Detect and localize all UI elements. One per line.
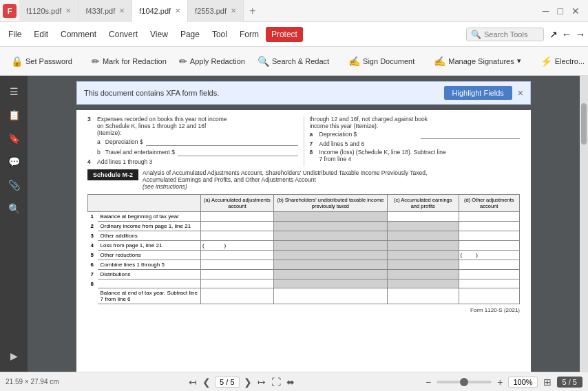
sidebar-comments-icon[interactable]: 💬 xyxy=(3,151,24,172)
title-bar: F f1120s.pdf ✕ f433f.pdf ✕ f1042.pdf ✕ f… xyxy=(0,0,588,22)
travel-input[interactable] xyxy=(178,148,298,156)
sidebar-menu-icon[interactable]: ☰ xyxy=(3,81,24,102)
pdf-viewer: This document contains XFA form fields. … xyxy=(28,76,580,372)
col-right: through 12 and 16f, not charged against … xyxy=(304,116,521,167)
bottom-right: − + 100% ⊞ 5 / 5 xyxy=(424,375,582,389)
tab-f1120s[interactable]: f1120s.pdf ✕ xyxy=(19,0,78,22)
menu-comment[interactable]: Comment xyxy=(55,27,102,42)
col-header-b: (b) Shareholders' undistributed taxable … xyxy=(273,195,387,212)
tab-close-1[interactable]: ✕ xyxy=(119,7,125,14)
sidebar-collapse-icon[interactable]: ▶ xyxy=(3,346,24,366)
close-button[interactable]: ✕ xyxy=(569,6,582,17)
menu-file[interactable]: File xyxy=(3,27,27,42)
sign-document-button[interactable]: ✍ Sign Document xyxy=(343,53,420,70)
mark-redaction-button[interactable]: ✏ Mark for Redaction xyxy=(86,53,172,70)
tab-f1042[interactable]: f1042.pdf ✕ xyxy=(132,0,188,22)
sidebar-pages-icon[interactable]: 📋 xyxy=(3,105,24,125)
new-tab-button[interactable]: + xyxy=(244,0,261,22)
electro-button[interactable]: ⚡ Electro... xyxy=(535,53,588,70)
zoom-slider[interactable] xyxy=(437,381,492,383)
schedule-m2-badge: Schedule M-2 xyxy=(87,169,138,180)
set-password-button[interactable]: 🔒 Set Password xyxy=(6,53,78,70)
form-row-4: 4 Add lines 1 through 3 xyxy=(87,158,298,165)
zoom-out-button[interactable]: − xyxy=(424,375,432,389)
tab-close-3[interactable]: ✕ xyxy=(231,7,236,14)
mark-icon: ✏ xyxy=(92,56,100,67)
back-icon[interactable]: ← xyxy=(562,29,571,40)
schedule-m2-title: Analysis of Accumulated Adjustments Acco… xyxy=(143,169,427,176)
menu-tool[interactable]: Tool xyxy=(207,27,233,42)
schedule-m2-table: (a) Accumulated adjustments account (b) … xyxy=(87,194,520,304)
table-row: 2 Ordinary income from page 1, line 21 xyxy=(88,222,520,231)
manage-signatures-button[interactable]: ✍ Manage Signatures ▾ xyxy=(428,53,526,70)
bottom-left: 21.59 × 27.94 cm xyxy=(6,378,59,385)
search-redact-button[interactable]: 🔍 Search & Redact xyxy=(252,53,335,70)
table-row: 8 xyxy=(88,279,520,288)
tab-close-0[interactable]: ✕ xyxy=(65,7,71,14)
schedule-m2-title2: Accumulated Earnings and Profits, and Ot… xyxy=(143,176,427,183)
col-header-c: (c) Accumulated earnings and profits xyxy=(387,195,459,212)
menu-view[interactable]: View xyxy=(145,27,174,42)
page-indicator[interactable]: 5 / 5 xyxy=(215,377,239,388)
search-redact-icon: 🔍 xyxy=(258,56,269,67)
fit-width-button[interactable]: ⬌ xyxy=(285,375,296,389)
minimize-button[interactable]: ─ xyxy=(540,6,552,17)
search-icon: 🔍 xyxy=(471,30,481,39)
menu-page[interactable]: Page xyxy=(175,27,205,42)
zoom-in-button[interactable]: + xyxy=(496,375,504,389)
menu-form[interactable]: Form xyxy=(234,27,264,42)
sidebar-attachments-icon[interactable]: 📎 xyxy=(3,175,24,196)
col-header-empty xyxy=(88,195,201,212)
apply-redaction-button[interactable]: ✏ Apply Redaction xyxy=(174,53,251,70)
depreciation-input-left[interactable] xyxy=(146,138,298,146)
zoom-level-display[interactable]: 100% xyxy=(508,377,537,388)
tab-f2553[interactable]: f2553.pdf ✕ xyxy=(188,0,244,22)
first-page-button[interactable]: ↤ xyxy=(187,375,198,389)
form-row-right-a: a Depreciation $ xyxy=(310,131,521,139)
table-row: 5 Other reductions ( ) xyxy=(88,251,520,260)
pdf-page: 3 Expenses recorded on books this year n… xyxy=(76,110,531,372)
forward-icon[interactable]: → xyxy=(576,29,585,40)
sidebar-search-icon[interactable]: 🔍 xyxy=(3,198,24,219)
col-header-d: (d) Other adjustments account xyxy=(459,195,520,212)
maximize-button[interactable]: □ xyxy=(555,6,566,17)
menu-edit[interactable]: Edit xyxy=(28,27,54,42)
scrollbar[interactable] xyxy=(580,76,588,372)
bottom-center: ↤ ❮ 5 / 5 ❯ ↦ ⛶ ⬌ xyxy=(187,375,295,389)
scrollbar-thumb[interactable] xyxy=(581,103,587,145)
sidebar-bookmarks-icon[interactable]: 🔖 xyxy=(3,128,24,149)
tab-f433f[interactable]: f433f.pdf ✕ xyxy=(78,0,132,22)
table-row: 6 Combine lines 1 through 5 xyxy=(88,260,520,270)
bottom-bar: 21.59 × 27.94 cm ↤ ❮ 5 / 5 ❯ ↦ ⛶ ⬌ − + 1… xyxy=(0,372,588,391)
table-row: 4 Loss from page 1, line 21 ( ) xyxy=(88,241,520,251)
input-depreciation-left: a Depreciation $ xyxy=(87,138,298,146)
signatures-icon: ✍ xyxy=(434,56,445,67)
fit-page-button[interactable]: ⛶ xyxy=(270,375,282,389)
page-count-badge: 5 / 5 xyxy=(557,377,582,388)
table-row: 1 Balance at beginning of tax year xyxy=(88,212,520,222)
apply-icon: ✏ xyxy=(179,56,187,67)
tabs-container: f1120s.pdf ✕ f433f.pdf ✕ f1042.pdf ✕ f25… xyxy=(19,0,540,22)
window-controls: ─ □ ✕ xyxy=(540,6,585,17)
col-left: 3 Expenses recorded on books this year n… xyxy=(87,116,304,167)
dropdown-arrow-icon: ▾ xyxy=(517,56,521,65)
fit-options-button[interactable]: ⊞ xyxy=(542,375,553,389)
last-page-button[interactable]: ↦ xyxy=(256,375,267,389)
tab-close-2[interactable]: ✕ xyxy=(175,7,180,14)
next-page-button[interactable]: ❯ xyxy=(242,375,253,389)
coordinates-display: 21.59 × 27.94 cm xyxy=(6,378,59,385)
xfa-close-button[interactable]: × xyxy=(518,87,523,98)
highlight-fields-button[interactable]: Highlight Fields xyxy=(444,86,512,100)
left-sidebar: ☰ 📋 🔖 💬 📎 🔍 ▶ xyxy=(0,76,28,372)
zoom-thumb xyxy=(460,378,468,386)
depreciation-input-right[interactable] xyxy=(421,131,520,139)
schedule-m2-instructions: (see instructions) xyxy=(143,183,427,190)
share-icon[interactable]: ↗ xyxy=(549,29,558,40)
search-tools-input[interactable] xyxy=(484,30,539,39)
xfa-message: This document contains XFA form fields. xyxy=(84,89,444,97)
menu-protect[interactable]: Protect xyxy=(266,27,303,42)
prev-page-button[interactable]: ❮ xyxy=(201,375,212,389)
menu-convert[interactable]: Convert xyxy=(103,27,143,42)
input-travel: b Travel and entertainment $ xyxy=(87,148,298,156)
form-label: Form 1120-S (2021) xyxy=(87,307,520,313)
